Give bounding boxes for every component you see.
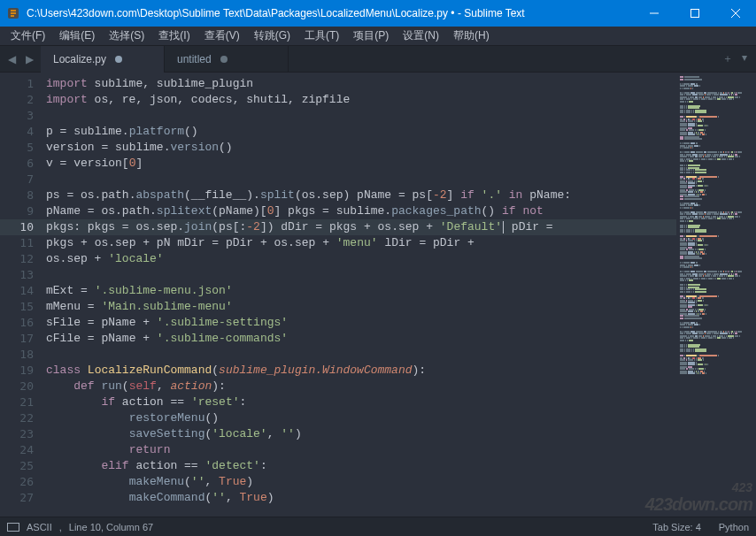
code-line: v = version[0] [46,156,676,172]
code-line: if action == 'reset': [46,394,676,410]
tab-menu-button[interactable]: ▾ [742,51,747,66]
minimize-button[interactable] [634,0,675,27]
line-number: 1 [0,76,46,92]
line-number: 21 [0,394,46,410]
code-line: makeCommand('', True) [46,490,676,506]
window-title: C:\Users\423down.com\Desktop\Sublime Tex… [27,7,634,19]
line-number: 5 [0,140,46,156]
code-line: version = sublime.version() [46,140,676,156]
line-number: 11 [0,235,46,251]
status-syntax[interactable]: Python [719,522,749,532]
line-number: 4 [0,124,46,140]
tab[interactable]: untitled [165,46,289,73]
code-line: return [46,442,676,458]
line-number: 27 [0,490,46,506]
tab-nav: ◀ ▶ [0,51,41,67]
line-number: 19 [0,363,46,379]
line-number: 23 [0,426,46,442]
dirty-indicator-icon [220,56,228,63]
menubar: 文件(F)编辑(E)选择(S)查找(I)查看(V)转跳(G)工具(T)项目(P)… [0,27,756,46]
line-number: 25 [0,458,46,474]
status-position: Line 10, Column 67 [69,522,153,532]
tab[interactable]: Localize.py [41,46,165,73]
code-line: pkgs: pkgs = os.sep.join(ps[:-2]) dDir =… [46,219,676,235]
tab-label: untitled [177,53,212,65]
code-line: def run(self, action): [46,379,676,394]
svg-rect-2 [691,10,699,18]
line-number: 20 [0,379,46,394]
menu-item[interactable]: 文件(F) [4,27,52,45]
code-line [46,108,676,124]
code-line [46,267,676,283]
new-tab-button[interactable]: ＋ [722,51,733,66]
editor: 1234567891011121314151617181920212223242… [0,73,756,517]
dirty-indicator-icon [115,56,122,63]
line-number: 24 [0,442,46,458]
tabbar: ◀ ▶ Localize.pyuntitled ＋ ▾ [0,46,756,73]
code-line: mMenu = 'Main.sublime-menu' [46,299,676,315]
statusbar: ASCII, Line 10, Column 67 Tab Size: 4 Py… [0,517,756,536]
line-number: 7 [0,172,46,188]
code-line [46,347,676,363]
window-controls [634,0,756,27]
gutter[interactable]: 1234567891011121314151617181920212223242… [0,73,46,517]
code-area[interactable]: import sublime, sublime_pluginimport os,… [46,73,676,517]
tab-label: Localize.py [53,53,106,65]
minimap[interactable] [676,73,756,517]
menu-item[interactable]: 编辑(E) [52,27,102,45]
line-number: 26 [0,474,46,490]
code-line: pName = os.path.splitext(pName)[0] pkgs … [46,203,676,219]
line-number: 15 [0,299,46,315]
menu-item[interactable]: 帮助(H) [446,27,497,45]
line-number: 13 [0,267,46,283]
panel-switcher-icon[interactable] [7,523,19,532]
code-line: saveSetting('locale', '') [46,426,676,442]
code-line [46,172,676,188]
line-number: 14 [0,283,46,299]
line-number: 17 [0,331,46,347]
line-number: 12 [0,251,46,267]
app-icon [0,6,27,20]
line-number: 9 [0,203,46,219]
menu-item[interactable]: 项目(P) [346,27,396,45]
menu-item[interactable]: 选择(S) [102,27,151,45]
maximize-button[interactable] [675,0,715,27]
status-left: ASCII, Line 10, Column 67 [7,522,153,532]
line-number: 18 [0,347,46,363]
status-tab-size[interactable]: Tab Size: 4 [652,522,700,532]
code-line: class LocalizeRunCommand(sublime_plugin.… [46,363,676,379]
code-line: cFile = pName + '.sublime-commands' [46,331,676,347]
menu-item[interactable]: 查找(I) [151,27,197,45]
code-line: ps = os.path.abspath(__file__).split(os.… [46,188,676,203]
menu-item[interactable]: 工具(T) [297,27,346,45]
line-number: 8 [0,188,46,203]
code-line: pkgs + os.sep + pN mDir = pDir + os.sep … [46,235,676,251]
code-line: makeMenu('', True) [46,474,676,490]
close-button[interactable] [715,0,756,27]
status-encoding[interactable]: ASCII [27,522,52,532]
menu-item[interactable]: 设置(N) [396,27,446,45]
titlebar: C:\Users\423down.com\Desktop\Sublime Tex… [0,0,756,27]
code-line: restoreMenu() [46,410,676,426]
menu-item[interactable]: 查看(V) [197,27,247,45]
line-number: 3 [0,108,46,124]
code-line: import os, re, json, codecs, shutil, zip… [46,92,676,108]
status-right: Tab Size: 4 Python [652,522,749,532]
tab-prev-button[interactable]: ◀ [4,51,19,67]
line-number: 16 [0,315,46,331]
tab-next-button[interactable]: ▶ [21,51,37,67]
line-number: 22 [0,410,46,426]
code-line: mExt = '.sublime-menu.json' [46,283,676,299]
line-number: 6 [0,156,46,172]
code-line: elif action == 'detect': [46,458,676,474]
code-line: sFile = pName + '.sublime-settings' [46,315,676,331]
code-line: import sublime, sublime_plugin [46,76,676,92]
line-number: 10 [0,219,46,235]
tab-actions: ＋ ▾ [714,51,756,66]
line-number: 2 [0,92,46,108]
code-line: os.sep + 'locale' [46,251,676,267]
watermark: 423 423down.com [645,480,752,515]
menu-item[interactable]: 转跳(G) [247,27,297,45]
code-line: p = sublime.platform() [46,124,676,140]
text-cursor [503,221,504,234]
